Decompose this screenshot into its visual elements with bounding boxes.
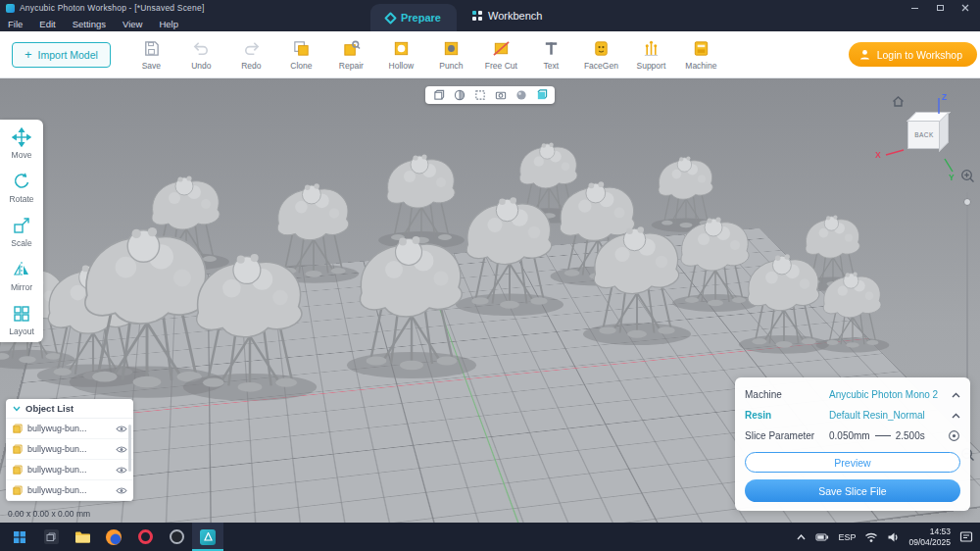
redo-icon — [241, 39, 261, 59]
slice-settings-panel: Machine Anycubic Photon Mono 2 Resin Def… — [735, 377, 970, 511]
view-material-icon[interactable] — [514, 89, 527, 102]
hollow-label: Hollow — [389, 61, 415, 71]
undo-button[interactable]: Undo — [176, 39, 226, 71]
menu-view[interactable]: View — [122, 19, 142, 29]
slice-parameter-row[interactable]: Slice Parameter 0.050mm 2.500s — [745, 426, 960, 446]
redo-button[interactable]: Redo — [226, 39, 276, 71]
marquee-select-icon[interactable] — [473, 89, 486, 102]
object-list-item[interactable]: bullywug-bun... — [6, 460, 133, 480]
maximize-button[interactable] — [929, 1, 951, 15]
plus-icon: + — [24, 48, 32, 61]
view-transparent-icon[interactable] — [535, 89, 548, 102]
chevron-up-icon — [796, 533, 807, 541]
zoom-in-button[interactable] — [960, 169, 975, 187]
move-tool[interactable]: Move — [0, 127, 43, 160]
menu-file[interactable]: File — [8, 19, 23, 29]
scale-icon — [12, 216, 31, 235]
object-list-header[interactable]: Object List — [6, 399, 133, 419]
layout-tool[interactable]: Layout — [0, 304, 43, 336]
move-label: Move — [12, 150, 32, 160]
punch-icon — [441, 39, 461, 59]
scale-tool[interactable]: Scale — [0, 216, 43, 248]
zoom-slider-handle[interactable] — [963, 198, 971, 206]
punch-label: Punch — [439, 61, 463, 71]
system-tray: ESP 14:53 09/04/2025 — [796, 526, 976, 547]
free-cut-label: Free Cut — [485, 61, 517, 71]
layer-thickness-value: 0.050mm — [829, 430, 870, 441]
clone-button[interactable]: Clone — [276, 39, 326, 71]
hollow-icon — [391, 39, 411, 59]
machine-row[interactable]: Machine Anycubic Photon Mono 2 — [745, 384, 960, 405]
close-icon — [961, 4, 969, 12]
language-indicator[interactable]: ESP — [838, 532, 856, 542]
facegen-button[interactable]: FaceGen — [576, 39, 626, 71]
taskbar-clock[interactable]: 14:53 09/04/2025 — [908, 526, 951, 547]
screenshot-icon[interactable] — [494, 89, 507, 102]
screen-recorder-button[interactable] — [161, 523, 192, 551]
parameter-target-icon[interactable] — [948, 429, 960, 442]
view-cube[interactable]: BACK — [907, 120, 941, 149]
start-button[interactable] — [4, 523, 35, 551]
text-icon — [541, 39, 561, 59]
file-explorer-button[interactable] — [67, 523, 98, 551]
machine-button[interactable]: Machine — [676, 39, 726, 71]
opera-button[interactable] — [129, 523, 161, 551]
firefox-button[interactable] — [98, 523, 129, 551]
visibility-eye-icon[interactable] — [116, 445, 127, 454]
wifi-icon[interactable] — [864, 531, 878, 543]
action-center-button[interactable] — [959, 530, 973, 543]
view-shading-icon[interactable] — [453, 89, 466, 102]
chevron-up-icon[interactable] — [952, 413, 960, 419]
support-icon — [641, 39, 661, 59]
user-icon — [858, 48, 871, 61]
object-list-item[interactable]: bullywug-bun... — [6, 439, 133, 460]
menu-settings[interactable]: Settings — [73, 19, 106, 29]
close-button[interactable] — [955, 1, 976, 15]
chevron-up-icon[interactable] — [952, 392, 960, 398]
punch-button[interactable]: Punch — [426, 39, 476, 71]
home-view-icon[interactable] — [892, 94, 905, 112]
menu-edit[interactable]: Edit — [39, 19, 55, 29]
battery-icon[interactable] — [815, 531, 829, 543]
photon-workshop-icon — [200, 529, 216, 545]
tab-prepare[interactable]: Prepare — [370, 4, 457, 31]
photon-workshop-button[interactable] — [192, 523, 223, 551]
login-workshop-button[interactable]: Login to Workshop — [849, 42, 977, 67]
repair-button[interactable]: Repair — [326, 39, 376, 71]
viewport-3d[interactable]: Move Rotate Scale Mirror Layout — [0, 78, 980, 523]
layout-label: Layout — [9, 326, 34, 336]
rotate-tool[interactable]: Rotate — [0, 172, 43, 204]
tab-workbench-label: Workbench — [488, 10, 542, 22]
model-cube-icon — [12, 444, 23, 455]
save-slice-file-button[interactable]: Save Slice File — [745, 479, 960, 502]
hollow-button[interactable]: Hollow — [376, 39, 426, 71]
object-list-item[interactable]: bullywug-bun... — [6, 419, 133, 439]
volume-icon[interactable] — [887, 531, 900, 543]
tab-workbench[interactable]: Workbench — [457, 0, 558, 31]
visibility-eye-icon[interactable] — [116, 466, 127, 475]
mirror-tool[interactable]: Mirror — [0, 260, 43, 292]
visibility-eye-icon[interactable] — [116, 486, 127, 495]
object-list-scrollbar[interactable] — [128, 425, 131, 472]
undo-icon — [191, 39, 211, 59]
view-cube-icon[interactable] — [432, 89, 445, 102]
visibility-eye-icon[interactable] — [116, 425, 127, 433]
text-button[interactable]: Text — [526, 39, 576, 71]
preview-button[interactable]: Preview — [745, 452, 960, 473]
clock-time: 14:53 — [930, 526, 951, 537]
object-list-item[interactable]: bullywug-bun... — [6, 480, 133, 501]
save-label: Save — [142, 61, 161, 71]
support-button[interactable]: Support — [626, 39, 676, 71]
resin-row[interactable]: Resin Default Resin_Normal — [745, 405, 960, 426]
free-cut-button[interactable]: Free Cut — [476, 39, 526, 71]
main-toolbar: + Import Model Save Undo Redo — [0, 31, 980, 78]
import-model-button[interactable]: + Import Model — [12, 42, 111, 68]
minimize-button[interactable] — [904, 1, 925, 15]
recorder-icon — [170, 529, 184, 544]
task-view-button[interactable] — [35, 523, 67, 551]
import-model-label: Import Model — [38, 49, 98, 61]
hidden-icons-button[interactable] — [796, 533, 807, 541]
scale-label: Scale — [11, 238, 31, 248]
menu-help[interactable]: Help — [159, 19, 178, 29]
save-button[interactable]: Save — [126, 39, 176, 71]
